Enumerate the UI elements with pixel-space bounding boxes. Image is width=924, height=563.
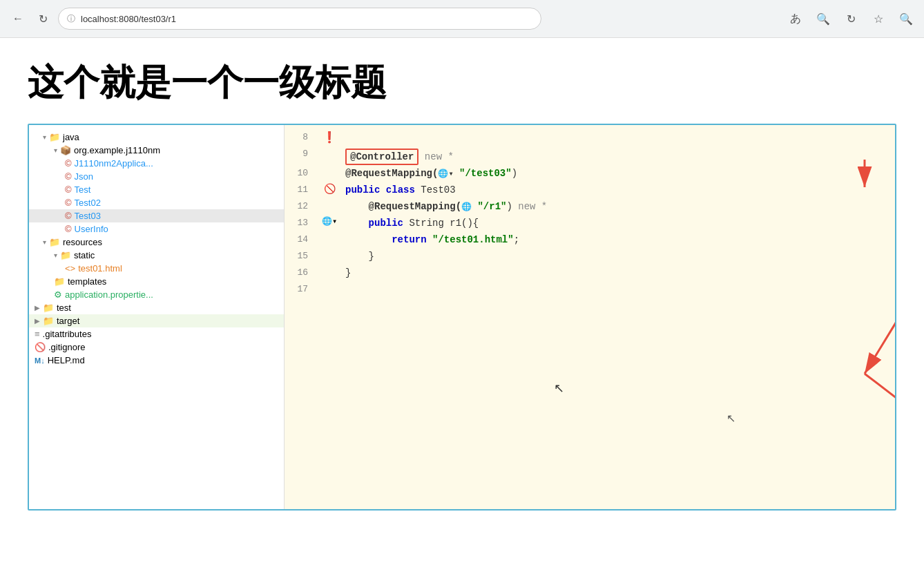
tree-test02-label: Test02 <box>75 198 101 208</box>
chevron-org: ▾ <box>54 146 57 154</box>
tree-org-label: org.example.j1110nm <box>74 145 160 155</box>
line-code-16: } <box>340 266 895 280</box>
tree-userinfo[interactable]: © UserInfo <box>29 222 284 236</box>
tree-static[interactable]: ▾ 📁 static <box>29 249 284 262</box>
line-gutter-13: 🌐▾ <box>319 216 340 227</box>
line-code-10: @RequestMapping(🌐▾ "/test03") <box>340 166 895 180</box>
line-code-11: public class Test03 <box>340 183 895 197</box>
git-no-icon: 🚫 <box>35 342 46 352</box>
tree-gitignore-label: .gitignore <box>48 342 85 352</box>
code-line-15: 15 } <box>285 249 895 266</box>
html-icon-test01: <> <box>65 263 75 274</box>
tree-j1110app-label: J1110nm2Applica... <box>75 158 153 169</box>
tree-helpmd[interactable]: M↓ HELP.md <box>29 354 284 367</box>
reload-button[interactable]: ↻ <box>33 9 52 28</box>
line-num-11: 11 <box>285 183 319 195</box>
public-kw-13: public <box>369 218 403 229</box>
code-line-17: 17 <box>285 283 895 299</box>
tree-j1110app[interactable]: © J1110nm2Applica... <box>29 157 284 170</box>
tree-gitattributes-label: .gitattributes <box>43 329 92 339</box>
line-code-12: @RequestMapping(🌐 "/r1") new * <box>340 200 895 213</box>
tree-templates[interactable]: 📁 templates <box>29 275 284 288</box>
refresh-icon[interactable]: ↻ <box>841 9 860 28</box>
tree-test-label: Test <box>75 184 91 195</box>
error-icon-8: ❗ <box>323 131 336 144</box>
tree-test01html[interactable]: <> test01.html <box>29 262 284 275</box>
file-tree[interactable]: ▾ 📁 java ▾ 📦 org.example.j1110nm © J1110… <box>29 125 285 509</box>
line-num-15: 15 <box>285 249 319 261</box>
no-circle-icon-11: 🚫 <box>324 183 336 195</box>
test03-str: "/test03" <box>454 168 512 179</box>
chevron-java: ▾ <box>43 133 46 141</box>
tree-test03[interactable]: © Test03 <box>29 209 284 222</box>
code-editor: 8 ❗ 9 @Controller new * <box>285 125 895 509</box>
tree-test-folder[interactable]: ▶ 📁 test <box>29 301 284 314</box>
req-mapping-12: @RequestMapping( <box>369 201 461 212</box>
close-brace-15: } <box>369 251 374 262</box>
address-bar[interactable]: ⓘ localhost:8080/test03/r1 <box>58 8 541 30</box>
tree-gitattributes[interactable]: ≡ .gitattributes <box>29 327 284 341</box>
line-gutter-11: 🚫 <box>319 183 340 195</box>
tree-static-label: static <box>74 250 95 260</box>
tree-appprops-label: application.propertie... <box>65 289 153 300</box>
line-code-15: } <box>340 249 895 263</box>
tree-resources[interactable]: ▾ 📁 resources <box>29 236 284 249</box>
close-brace-16: } <box>345 267 351 278</box>
zoom-icon[interactable]: 🔍 <box>814 9 833 28</box>
req-mapping-10: @RequestMapping( <box>345 168 438 179</box>
tree-appprops[interactable]: ⚙ application.propertie... <box>29 288 284 301</box>
bookmark-icon[interactable]: ☆ <box>869 9 888 28</box>
tree-gitignore[interactable]: 🚫 .gitignore <box>29 341 284 354</box>
tree-json[interactable]: © Json <box>29 170 284 183</box>
props-icon-app: ⚙ <box>54 289 62 300</box>
info-icon: ⓘ <box>67 13 75 25</box>
reader-mode-icon[interactable]: あ <box>786 9 805 28</box>
controller-annotation: @Controller <box>345 149 418 165</box>
tree-java-label: java <box>63 132 79 142</box>
class-icon-test03: © <box>65 211 72 221</box>
tree-org-example[interactable]: ▾ 📦 org.example.j1110nm <box>29 144 284 157</box>
folder-icon-resources: 📁 <box>49 237 60 247</box>
chevron-test-folder: ▶ <box>35 304 40 312</box>
toolbar-icons: あ 🔍 ↻ ☆ 🔍 <box>786 9 916 28</box>
r1-str: "/r1" <box>472 201 506 212</box>
closing-paren-12: ) <box>506 201 512 212</box>
tree-target[interactable]: ▶ 📁 target <box>29 314 284 327</box>
tree-json-label: Json <box>75 171 93 182</box>
tree-test01html-label: test01.html <box>78 263 122 274</box>
return-kw-14: return <box>392 234 426 245</box>
text-cursor: ↖ <box>726 412 735 425</box>
folder-icon-target: 📁 <box>43 316 54 326</box>
line-num-13: 13 <box>285 216 319 228</box>
code-line-10: 10 @RequestMapping(🌐▾ "/test03") <box>285 166 895 183</box>
line-num-17: 17 <box>285 283 319 294</box>
line-num-16: 16 <box>285 266 319 278</box>
code-lines: 8 ❗ 9 @Controller new * <box>285 125 895 305</box>
folder-icon-test: 📁 <box>43 303 54 313</box>
class-icon-j1110app: © <box>65 158 72 169</box>
new-comment-12: new * <box>518 201 547 212</box>
public-kw-11: public <box>345 184 380 195</box>
browser-chrome: ← ↻ ⓘ localhost:8080/test03/r1 あ 🔍 ↻ ☆ 🔍 <box>0 0 924 38</box>
globe-chevron-icon-13: 🌐▾ <box>322 216 337 227</box>
indent-14 <box>345 234 392 245</box>
line-num-9: 9 <box>285 147 319 159</box>
line-num-8: 8 <box>285 131 319 142</box>
back-button[interactable]: ← <box>8 9 28 28</box>
class-icon-test: © <box>65 184 72 195</box>
code-line-14: 14 return "/test01.html"; <box>285 233 895 249</box>
line-code-13: public String r1(){ <box>340 216 895 230</box>
tree-test[interactable]: © Test <box>29 183 284 196</box>
tree-java[interactable]: ▾ 📁 java <box>29 131 284 144</box>
tree-test-folder-label: test <box>57 303 71 313</box>
search-icon[interactable]: 🔍 <box>896 9 916 28</box>
test01html-str: "/test01.html" <box>427 234 514 245</box>
line-code-14: return "/test01.html"; <box>340 233 895 247</box>
code-line-11: 11 🚫 public class Test03 <box>285 183 895 200</box>
page-title: 这个就是一个一级标题 <box>28 59 896 107</box>
tree-resources-label: resources <box>63 237 102 247</box>
class-icon-json: © <box>65 171 72 182</box>
globe-icon-12: 🌐 <box>461 202 472 212</box>
tree-test02[interactable]: © Test02 <box>29 196 284 209</box>
class-icon-userinfo: © <box>65 224 72 234</box>
